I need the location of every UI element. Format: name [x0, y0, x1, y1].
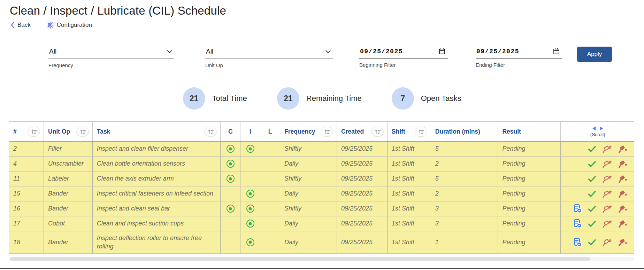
cell-actions	[561, 172, 634, 186]
cell-created: 09/25/2025	[337, 231, 388, 253]
shift-text: 1st Shift	[392, 174, 414, 183]
checklist-button[interactable]	[573, 238, 582, 247]
check-icon	[588, 175, 596, 182]
hammer-filled-button[interactable]	[618, 159, 628, 168]
complete-check-button[interactable]	[588, 175, 596, 182]
hammer-star-filled-icon	[618, 219, 628, 228]
check-icon	[588, 239, 596, 246]
scroll-right-button[interactable]	[599, 126, 603, 131]
horizontal-scrollbar[interactable]	[9, 257, 634, 261]
apply-button[interactable]: Apply	[577, 47, 612, 62]
hammer-filled-button[interactable]	[618, 174, 628, 183]
stats-row: 21 Total Time 21 Remaining Time 7 Open T…	[0, 87, 644, 110]
ending-date-input[interactable]: 09/25/2025	[476, 47, 562, 59]
duration-text: 3	[435, 204, 439, 213]
cell-actions	[561, 216, 634, 231]
inspect-selected-icon	[246, 205, 254, 213]
complete-check-button[interactable]	[588, 190, 596, 197]
complete-check-button[interactable]	[588, 160, 596, 167]
cell-task: Clean bottle orientation sensors	[93, 157, 221, 171]
configuration-button[interactable]: Configuration	[47, 22, 92, 29]
cell-result: Pending	[498, 172, 561, 186]
cell-created: 09/25/2025	[337, 157, 388, 171]
hammer-outline-button[interactable]	[602, 238, 612, 247]
check-icon	[588, 205, 596, 212]
cell-unit-op: Bander	[44, 201, 93, 216]
task-text: Inspect and clean seal bar	[97, 204, 170, 213]
cell-unit-op: Labeler	[44, 172, 93, 186]
cell-result: Pending	[498, 186, 561, 201]
table-row: 15 Bander Inspect critical fasteners on …	[9, 186, 634, 201]
cell-result: Pending	[498, 142, 561, 156]
column-label: L	[268, 128, 272, 135]
result-text: Pending	[502, 159, 525, 168]
beginning-date-input[interactable]: 09/25/2025	[359, 47, 448, 59]
cell-result: Pending	[498, 216, 561, 231]
hammer-filled-button[interactable]	[618, 144, 628, 153]
clean-selected-icon	[227, 205, 235, 213]
task-text: Clean bottle orientation sensors	[97, 159, 185, 168]
back-button[interactable]: Back	[10, 22, 31, 29]
duration-text: 5	[435, 174, 439, 183]
cell-result: Pending	[498, 201, 561, 216]
sort-button[interactable]	[76, 127, 89, 137]
hammer-filled-button[interactable]	[618, 238, 628, 247]
table-header: # Unit Op Task C I L Frequency C	[9, 122, 634, 142]
cell-actions	[561, 142, 634, 156]
frequency-text: Shiftly	[284, 204, 301, 213]
complete-check-button[interactable]	[588, 145, 596, 152]
cell-c	[221, 216, 240, 231]
hammer-filled-button[interactable]	[618, 189, 628, 198]
sort-button[interactable]	[415, 127, 427, 137]
sort-button[interactable]	[371, 127, 384, 137]
sort-icon	[79, 129, 86, 135]
frequency-text: Daily	[284, 189, 298, 198]
hammer-outline-button[interactable]	[602, 174, 612, 183]
cell-task: Inspect and clean seal bar	[93, 201, 221, 216]
hammer-outline-button[interactable]	[602, 189, 612, 198]
unit-op-select[interactable]: All	[205, 47, 333, 59]
shift-text: 1st Shift	[392, 144, 414, 153]
checklist-icon	[573, 204, 582, 213]
cell-result: Pending	[498, 157, 561, 171]
sort-button[interactable]	[321, 127, 333, 137]
created-text: 09/25/2025	[341, 144, 373, 153]
calendar-icon[interactable]	[553, 48, 560, 55]
task-text: Inspect critical fasteners on infeed sec…	[97, 189, 213, 198]
scrollbar-thumb[interactable]	[10, 257, 590, 261]
hammer-outline-button[interactable]	[602, 204, 612, 213]
hammer-outline-button[interactable]	[602, 144, 612, 153]
unit-op-select-value: All	[206, 48, 213, 55]
frequency-select[interactable]: All	[48, 47, 174, 59]
complete-check-button[interactable]	[588, 205, 596, 212]
cell-created: 09/25/2025	[337, 142, 388, 156]
hammer-filled-button[interactable]	[618, 204, 628, 213]
hammer-outline-button[interactable]	[602, 219, 612, 228]
checklist-button[interactable]	[573, 204, 582, 213]
cell-created: 09/25/2025	[337, 172, 388, 186]
checklist-button[interactable]	[573, 219, 582, 228]
task-text: Clean the axis extruder arm	[97, 174, 174, 183]
cell-shift: 1st Shift	[388, 201, 431, 216]
row-number: 15	[13, 189, 20, 198]
cell-shift: 1st Shift	[388, 172, 431, 186]
complete-check-button[interactable]	[588, 239, 596, 246]
cell-c	[221, 157, 240, 171]
stat-open-tasks-label: Open Tasks	[421, 94, 461, 103]
inspect-selected-icon	[246, 145, 254, 153]
sort-button[interactable]	[28, 127, 40, 137]
cell-created: 09/25/2025	[337, 186, 388, 201]
hammer-outline-button[interactable]	[602, 159, 612, 168]
bottom-divider	[0, 268, 644, 269]
task-text: Clean and inspect suction cups	[97, 219, 184, 228]
hammer-filled-button[interactable]	[618, 219, 628, 228]
sort-button[interactable]	[204, 127, 217, 137]
frequency-text: Daily	[284, 159, 298, 168]
table-row: 17 Cobot Clean and inspect suction cups …	[9, 216, 634, 231]
complete-check-button[interactable]	[588, 220, 596, 227]
cell-duration: 1	[431, 231, 498, 253]
scroll-left-button[interactable]	[592, 126, 596, 131]
cell-actions	[561, 186, 634, 201]
column-label: Frequency	[284, 128, 315, 135]
calendar-icon[interactable]	[438, 48, 446, 55]
